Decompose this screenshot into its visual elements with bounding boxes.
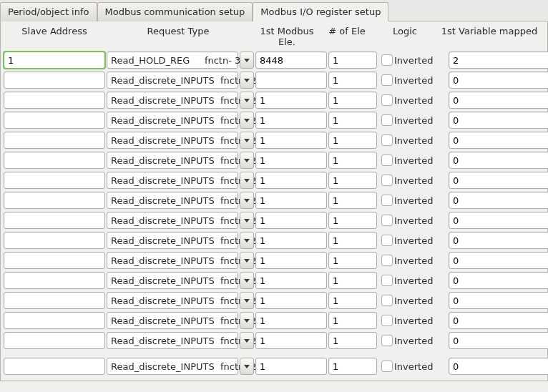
first-modbus-ele-input[interactable]	[255, 212, 327, 229]
inverted-checkbox[interactable]	[381, 175, 393, 186]
first-variable-mapped-input[interactable]	[449, 112, 548, 129]
slave-address-input[interactable]	[4, 312, 105, 329]
num-ele-input[interactable]	[328, 72, 377, 89]
first-modbus-ele-input[interactable]	[255, 272, 327, 289]
first-modbus-ele-input[interactable]	[255, 112, 327, 129]
slave-address-input[interactable]	[4, 232, 105, 249]
num-ele-input[interactable]	[328, 212, 377, 229]
first-variable-mapped-input[interactable]	[449, 252, 548, 269]
first-modbus-ele-input[interactable]	[255, 92, 327, 109]
first-variable-mapped-input[interactable]	[449, 272, 548, 289]
first-modbus-ele-input[interactable]	[255, 332, 327, 349]
slave-address-input[interactable]	[4, 252, 105, 269]
first-variable-mapped-input[interactable]	[449, 172, 548, 189]
num-ele-input[interactable]	[328, 152, 377, 169]
slave-address-input[interactable]	[4, 192, 105, 209]
inverted-checkbox[interactable]	[381, 235, 393, 246]
first-modbus-ele-input[interactable]	[255, 152, 327, 169]
num-ele-input[interactable]	[328, 272, 377, 289]
request-type-dropdown-button[interactable]	[240, 292, 254, 309]
first-modbus-ele-input[interactable]	[255, 52, 327, 69]
first-modbus-ele-input[interactable]	[255, 252, 327, 269]
num-ele-input[interactable]	[328, 192, 377, 209]
num-ele-input[interactable]	[328, 92, 377, 109]
request-type-dropdown-button[interactable]	[240, 358, 254, 375]
slave-address-input[interactable]	[4, 112, 105, 129]
request-type-dropdown-button[interactable]	[240, 152, 254, 169]
request-type-select[interactable]: Read_HOLD_REG fnctn- 3	[107, 52, 238, 69]
num-ele-input[interactable]	[328, 112, 377, 129]
slave-address-input[interactable]	[4, 132, 105, 149]
request-type-dropdown-button[interactable]	[240, 332, 254, 349]
request-type-select[interactable]: Read_discrete_INPUTS fnctn- 2	[107, 112, 238, 129]
first-variable-mapped-input[interactable]	[449, 292, 548, 309]
slave-address-input[interactable]	[4, 52, 105, 69]
num-ele-input[interactable]	[328, 132, 377, 149]
first-variable-mapped-input[interactable]	[449, 232, 548, 249]
inverted-checkbox[interactable]	[381, 114, 393, 126]
num-ele-input[interactable]	[328, 172, 377, 189]
first-modbus-ele-input[interactable]	[255, 232, 327, 249]
inverted-checkbox[interactable]	[381, 361, 393, 372]
first-modbus-ele-input[interactable]	[255, 192, 327, 209]
inverted-checkbox[interactable]	[381, 315, 393, 326]
request-type-dropdown-button[interactable]	[240, 212, 254, 229]
first-variable-mapped-input[interactable]	[449, 152, 548, 169]
num-ele-input[interactable]	[328, 292, 377, 309]
request-type-select[interactable]: Read_discrete_INPUTS fnctn- 2	[107, 358, 238, 375]
inverted-checkbox[interactable]	[381, 195, 393, 206]
request-type-dropdown-button[interactable]	[240, 72, 254, 89]
request-type-select[interactable]: Read_discrete_INPUTS fnctn- 2	[107, 272, 238, 289]
request-type-dropdown-button[interactable]	[240, 192, 254, 209]
request-type-select[interactable]: Read_discrete_INPUTS fnctn- 2	[107, 312, 238, 329]
first-variable-mapped-input[interactable]	[449, 192, 548, 209]
request-type-select[interactable]: Read_discrete_INPUTS fnctn- 2	[107, 152, 238, 169]
slave-address-input[interactable]	[4, 72, 105, 89]
request-type-dropdown-button[interactable]	[240, 92, 254, 109]
tab-modbus-io-register-setup[interactable]: Modbus I/O register setup	[253, 2, 388, 21]
inverted-checkbox[interactable]	[381, 215, 393, 226]
first-variable-mapped-input[interactable]	[449, 52, 548, 69]
num-ele-input[interactable]	[328, 52, 377, 69]
request-type-dropdown-button[interactable]	[240, 52, 254, 69]
inverted-checkbox[interactable]	[381, 54, 393, 66]
first-variable-mapped-input[interactable]	[449, 358, 548, 375]
request-type-dropdown-button[interactable]	[240, 172, 254, 189]
first-modbus-ele-input[interactable]	[255, 132, 327, 149]
inverted-checkbox[interactable]	[381, 94, 393, 106]
inverted-checkbox[interactable]	[381, 134, 393, 146]
first-variable-mapped-input[interactable]	[449, 92, 548, 109]
request-type-select[interactable]: Read_discrete_INPUTS fnctn- 2	[107, 132, 238, 149]
first-variable-mapped-input[interactable]	[449, 132, 548, 149]
num-ele-input[interactable]	[328, 252, 377, 269]
slave-address-input[interactable]	[4, 212, 105, 229]
tab-period-object-info[interactable]: Period/object info	[0, 2, 97, 21]
request-type-select[interactable]: Read_discrete_INPUTS fnctn- 2	[107, 332, 238, 349]
inverted-checkbox[interactable]	[381, 275, 393, 286]
first-modbus-ele-input[interactable]	[255, 358, 327, 375]
num-ele-input[interactable]	[328, 232, 377, 249]
request-type-select[interactable]: Read_discrete_INPUTS fnctn- 2	[107, 72, 238, 89]
request-type-dropdown-button[interactable]	[240, 272, 254, 289]
num-ele-input[interactable]	[328, 312, 377, 329]
inverted-checkbox[interactable]	[381, 255, 393, 266]
inverted-checkbox[interactable]	[381, 295, 393, 306]
first-variable-mapped-input[interactable]	[449, 332, 548, 349]
slave-address-input[interactable]	[4, 92, 105, 109]
inverted-checkbox[interactable]	[381, 74, 393, 86]
slave-address-input[interactable]	[4, 172, 105, 189]
request-type-dropdown-button[interactable]	[240, 132, 254, 149]
first-variable-mapped-input[interactable]	[449, 312, 548, 329]
request-type-select[interactable]: Read_discrete_INPUTS fnctn- 2	[107, 172, 238, 189]
inverted-checkbox[interactable]	[381, 155, 393, 166]
num-ele-input[interactable]	[328, 332, 377, 349]
first-modbus-ele-input[interactable]	[255, 172, 327, 189]
request-type-select[interactable]: Read_discrete_INPUTS fnctn- 2	[107, 192, 238, 209]
request-type-dropdown-button[interactable]	[240, 112, 254, 129]
request-type-dropdown-button[interactable]	[240, 232, 254, 249]
request-type-dropdown-button[interactable]	[240, 252, 254, 269]
num-ele-input[interactable]	[328, 358, 377, 375]
request-type-select[interactable]: Read_discrete_INPUTS fnctn- 2	[107, 212, 238, 229]
first-variable-mapped-input[interactable]	[449, 212, 548, 229]
slave-address-input[interactable]	[4, 292, 105, 309]
